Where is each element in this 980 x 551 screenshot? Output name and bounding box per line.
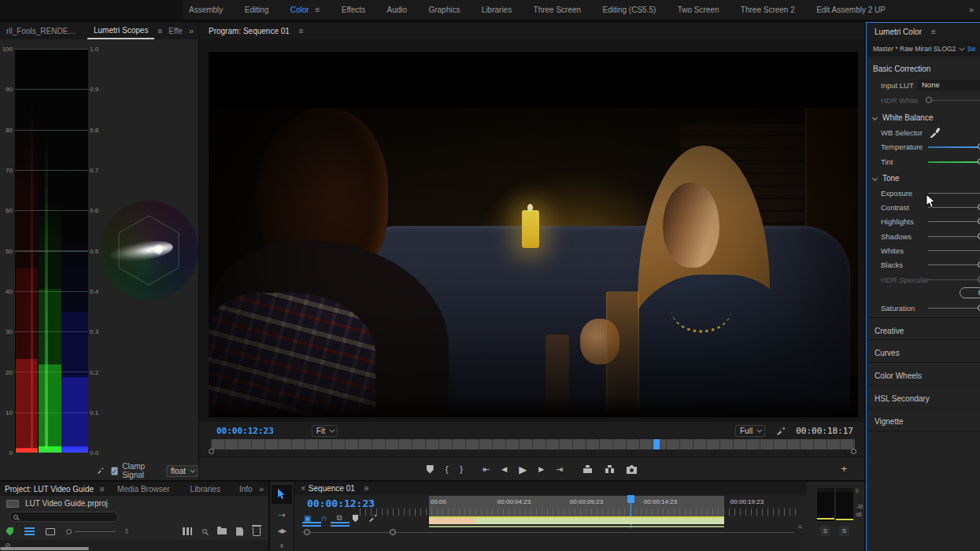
master-clip-name[interactable]: Master * Raw Mirari SLOG23... [873, 45, 956, 53]
workspace-tab-effects[interactable]: Effects [342, 6, 365, 14]
scopes-settings-wrench-icon[interactable] [97, 466, 105, 475]
close-tab-icon[interactable]: × [294, 484, 307, 493]
play-button-icon[interactable]: ▶ [519, 464, 527, 475]
color-wheels-section-row[interactable]: Color Wheels [867, 368, 980, 383]
go-to-in-icon[interactable]: ⇤ [483, 465, 490, 474]
timeline-playhead[interactable] [627, 495, 634, 503]
thumbnail-zoom-slider[interactable] [75, 531, 116, 532]
track-target-v1-indicator[interactable] [302, 525, 321, 527]
track-target-a1-indicator[interactable] [331, 525, 349, 527]
sequence-link-truncated[interactable]: Se [967, 45, 975, 53]
program-current-timecode[interactable]: 00:00:12:23 [216, 426, 274, 436]
tab-libraries[interactable]: Libraries [184, 485, 227, 494]
tool-overflow-chevron[interactable]: ⇕ [270, 543, 294, 549]
tab-info[interactable]: Info [233, 485, 259, 494]
snap-magnet-icon[interactable]: ∩ [320, 513, 327, 523]
project-panel-menu-icon[interactable]: ≡ [100, 485, 105, 494]
whites-slider[interactable] [928, 250, 980, 251]
nest-toggle-icon[interactable]: ▣ [304, 514, 311, 523]
temperature-slider[interactable] [928, 146, 980, 148]
blacks-slider[interactable] [928, 264, 980, 265]
program-playhead[interactable] [653, 439, 660, 449]
extract-icon[interactable] [605, 465, 615, 474]
go-to-out-icon[interactable]: ⇥ [556, 465, 563, 474]
workspace-tab-graphics[interactable]: Graphics [428, 6, 460, 14]
workspace-tab-edit-assembly[interactable]: Edit Assembly 2 UP [816, 6, 886, 14]
project-writable-icon[interactable] [6, 527, 13, 536]
tab-sequence-01[interactable]: Sequence 01 [307, 484, 361, 493]
export-frame-camera-icon[interactable] [627, 465, 637, 474]
selection-tool-active[interactable] [272, 485, 292, 504]
playback-resolution-dropdown[interactable]: Full [735, 425, 765, 437]
shadows-slider[interactable] [928, 236, 980, 237]
chevron-down-icon[interactable] [959, 45, 964, 50]
zoom-handle-left[interactable] [304, 529, 310, 535]
timeline-zoom-scrollbar[interactable] [302, 532, 794, 533]
curves-section-row[interactable]: Curves [867, 345, 980, 361]
workspace-tab-editing-cs55[interactable]: Editing (CS5.5) [603, 6, 656, 14]
workspace-tab-menu-icon[interactable]: ≡ [316, 6, 320, 14]
clip-segment-2[interactable] [475, 518, 724, 524]
zoom-fit-dropdown[interactable]: Fit [312, 425, 338, 437]
tab-project[interactable]: Project: LUT Video Guide [0, 485, 100, 494]
source-patch-a1-indicator[interactable] [331, 522, 349, 523]
find-icon[interactable] [202, 529, 207, 534]
lift-icon[interactable] [582, 465, 593, 474]
timeline-ruler[interactable]: 00:00 00:00:04:23 00:00:09:23 00:00:14:2… [360, 496, 797, 518]
saturation-slider[interactable] [928, 308, 980, 309]
workspace-tab-audio[interactable]: Audio [387, 6, 408, 14]
tab-lumetri-scopes[interactable]: Lumetri Scopes [87, 22, 154, 39]
workspace-tab-libraries[interactable]: Libraries [482, 6, 512, 14]
vignette-section-row[interactable]: Vignette [867, 413, 980, 429]
track-select-tool[interactable]: ⇢ [270, 510, 294, 520]
hdr-white-slider[interactable] [928, 100, 980, 101]
program-scrub-bar[interactable] [211, 439, 855, 449]
tab-source-clip[interactable]: ril_Fools_RENDER_4A.mp4 [0, 27, 87, 35]
zoom-chevrons-icon[interactable]: ⇕ [124, 527, 130, 535]
workspace-tab-three-screen[interactable]: Three Screen [534, 6, 582, 14]
zoom-handle-right[interactable] [390, 529, 396, 535]
step-forward-icon[interactable]: ▶ [538, 466, 544, 473]
project-item-row[interactable]: LUT Video Guide.prproj [6, 499, 108, 508]
scrub-handle-left[interactable] [209, 449, 214, 454]
hdr-white-knob[interactable] [926, 97, 932, 103]
project-search-input[interactable] [9, 512, 118, 522]
mark-out-icon[interactable]: } [460, 465, 463, 474]
highlights-slider[interactable] [928, 221, 980, 222]
new-item-icon[interactable] [236, 527, 243, 536]
creative-section-row[interactable]: Creative [867, 323, 980, 338]
tab-media-browser[interactable]: Media Browser [111, 485, 176, 494]
button-editor-plus-icon[interactable]: + [841, 464, 847, 474]
scope-format-dropdown[interactable]: float [166, 465, 198, 477]
reset-button[interactable]: Reset [960, 287, 980, 298]
workspace-tab-assembly[interactable]: Assembly [189, 6, 223, 14]
eyedropper-icon[interactable] [930, 128, 940, 138]
ripple-edit-tool[interactable]: ◀▶ [270, 527, 294, 534]
scopes-tab-overflow-icon[interactable]: » [189, 26, 194, 35]
project-tab-overflow-icon[interactable]: » [259, 484, 264, 494]
delete-icon[interactable] [253, 527, 261, 536]
list-view-icon[interactable] [24, 527, 35, 535]
workspace-tab-color[interactable]: Color [290, 6, 309, 14]
monitor-settings-wrench-icon[interactable] [776, 426, 786, 436]
step-back-icon[interactable]: ◀ [501, 466, 507, 473]
tab-effects-truncated[interactable]: Effe [162, 27, 189, 35]
basic-correction-header[interactable]: Basic Correction [867, 62, 980, 75]
hsl-secondary-section-row[interactable]: HSL Secondary [867, 390, 980, 406]
clip-segment-1[interactable] [429, 518, 475, 524]
new-bin-icon[interactable] [217, 528, 227, 534]
horizontal-scrollbar-thumb[interactable] [0, 547, 89, 550]
tab-program-sequence[interactable]: Program: Sequence 01 [202, 27, 296, 35]
workspace-tab-two-screen[interactable]: Two Screen [678, 6, 719, 14]
audio-clip-line[interactable] [429, 526, 724, 527]
timeline-panel-menu-icon[interactable]: ≡ [364, 484, 369, 493]
zoom-out-dot-icon[interactable] [66, 529, 72, 534]
workspace-overflow-icon[interactable]: » [969, 5, 974, 14]
clamp-signal-checkbox[interactable]: ✓ [111, 467, 119, 475]
vertical-scroll-handle-icon[interactable]: ≡ [798, 523, 802, 531]
add-marker-icon[interactable] [427, 465, 434, 474]
program-panel-menu-icon[interactable]: ≡ [299, 27, 304, 35]
hdr-specular-slider[interactable] [928, 279, 980, 280]
tone-header[interactable]: Tone [867, 172, 980, 184]
source-patch-v1-indicator[interactable] [302, 522, 321, 523]
